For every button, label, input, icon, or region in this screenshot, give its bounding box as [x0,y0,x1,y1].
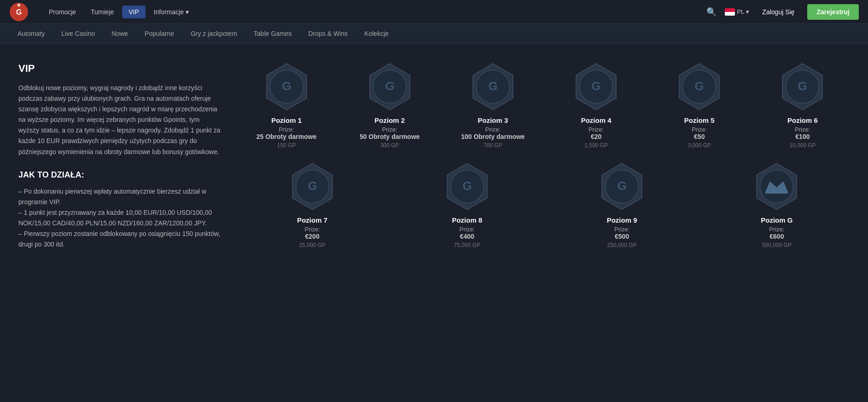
nav-live-casino[interactable]: Live Casino [53,25,103,43]
level-card: G Poziom 8Prize:€40075,000 GP [394,162,540,248]
level-name: Poziom 6 [787,116,818,124]
level-prize-value: €400 [460,233,474,240]
level-gp: 10,000 GP [789,142,816,149]
level-gp: 150 GP [277,142,296,149]
level-prize-value: 50 Obroty darmowe [360,133,420,140]
level-prize-value: 100 Obroty darmowe [461,133,525,140]
level-prize-label: Prize: [382,126,397,133]
level-name: Poziom 8 [452,216,482,224]
level-badge-icon: G [469,63,517,111]
nav-automaty[interactable]: Automaty [9,25,53,43]
level-badge-icon: G [288,162,337,211]
nav-gry-jackpot[interactable]: Gry z jackpotem [182,25,245,43]
second-navigation: Automaty Live Casino Nowe Popularne Gry … [0,24,868,44]
level-gp: 700 GP [484,142,502,149]
level-name: Poziom 2 [374,116,405,124]
level-name: Poziom 7 [297,216,327,224]
level-badge-icon: G [262,63,311,111]
register-button[interactable]: Zarejestruj [807,4,859,20]
logo[interactable]: G [9,2,29,22]
svg-text:G: G [385,79,394,93]
level-prize-value: €600 [769,233,784,240]
flag-icon [725,8,735,16]
level-name: Poziom 9 [607,216,637,224]
level-badge-icon: G [675,63,723,111]
level-prize-label: Prize: [769,226,784,233]
nav-popularne[interactable]: Popularne [136,25,182,43]
right-column: G Poziom 1Prize:25 Obroty darmowe150 GP … [239,63,850,250]
level-prize-value: €200 [305,233,320,240]
left-column: VIP Odblokuj nowe poziomy, wygraj nagrod… [18,63,221,250]
level-prize-label: Prize: [279,126,294,133]
level-prize-value: €100 [795,133,810,140]
nav-kolekcje[interactable]: Kolekcje [356,25,397,43]
chevron-down-icon: ▾ [186,8,189,16]
level-badge-icon [752,162,801,211]
jak-description: – Po dokonaniu pierwszej wpłaty automaty… [18,186,221,250]
level-name: Poziom G [761,216,792,224]
svg-text:G: G [618,179,627,193]
level-prize-value: €50 [694,133,705,140]
level-gp: 500,000 GP [762,242,792,248]
level-card: Poziom GPrize:€600500,000 GP [704,162,850,248]
level-gp: 25,000 GP [299,242,325,248]
level-name: Poziom 3 [478,116,508,124]
levels-grid-bottom: G Poziom 7Prize:€20025,000 GP G Poziom 8… [239,162,850,248]
nav-link-turnieje[interactable]: Turnieje [84,6,120,18]
level-card: G Poziom 5Prize:€503,000 GP [652,63,746,149]
login-button[interactable]: Zaloguj Się [755,5,802,19]
main-content: VIP Odblokuj nowe poziomy, wygraj nagrod… [0,44,868,268]
nav-link-promocje[interactable]: Promocje [42,6,82,18]
svg-point-31 [760,170,793,203]
level-gp: 3,000 GP [687,142,711,149]
level-prize-label: Prize: [614,226,629,233]
svg-text:G: G [488,79,497,93]
level-badge-icon: G [598,162,646,211]
level-prize-label: Prize: [692,126,707,133]
level-name: Poziom 5 [684,116,715,124]
level-badge-icon: G [443,162,491,211]
level-prize-value: €500 [615,233,629,240]
svg-text:G: G [282,79,291,93]
svg-text:G: G [798,79,807,93]
language-selector[interactable]: PL ▾ [725,8,749,16]
nav-drops-wins[interactable]: Drops & Wins [300,25,356,43]
top-navigation: G Promocje Turnieje VIP Informacje ▾ 🔍 P… [0,0,868,24]
level-card: G Poziom 9Prize:€500250,000 GP [549,162,695,248]
level-card: G Poziom 6Prize:€10010,000 GP [756,63,850,149]
level-prize-label: Prize: [795,126,810,133]
level-gp: 300 GP [380,142,399,149]
search-icon[interactable]: 🔍 [704,4,719,20]
jak-title: JAK TO DZIAŁA: [18,170,221,180]
level-card: G Poziom 2Prize:50 Obroty darmowe300 GP [343,63,437,149]
level-gp: 1,500 GP [584,142,608,149]
level-gp: 75,000 GP [454,242,480,248]
level-name: Poziom 1 [271,116,302,124]
nav-table-games[interactable]: Table Games [245,25,300,43]
chevron-down-icon: ▾ [746,8,749,15]
level-card: G Poziom 4Prize:€201,500 GP [549,63,643,149]
vip-description: Odblokuj nowe poziomy, wygraj nagrody i … [18,83,221,157]
level-badge-icon: G [778,63,827,111]
vip-title: VIP [18,63,221,75]
svg-text:G: G [591,79,600,93]
nav-link-vip[interactable]: VIP [122,6,146,18]
level-prize-label: Prize: [588,126,604,133]
svg-rect-32 [765,191,788,194]
level-card: G Poziom 1Prize:25 Obroty darmowe150 GP [239,63,333,149]
top-nav-links: Promocje Turnieje VIP Informacje ▾ [42,6,704,18]
level-prize-label: Prize: [485,126,501,133]
level-prize-label: Prize: [305,226,320,233]
nav-nowe[interactable]: Nowe [103,25,136,43]
top-nav-right: 🔍 PL ▾ Zaloguj Się Zarejestruj [704,4,859,20]
nav-link-informacje[interactable]: Informacje ▾ [147,6,195,18]
svg-point-2 [17,4,20,6]
level-badge-icon: G [366,63,414,111]
level-card: G Poziom 7Prize:€20025,000 GP [239,162,385,248]
svg-text:G: G [308,179,317,193]
level-prize-value: €20 [591,133,601,140]
level-prize-value: 25 Obroty darmowe [256,133,317,140]
lang-code: PL [737,8,744,15]
svg-text:G: G [16,8,22,16]
level-card: G Poziom 3Prize:100 Obroty darmowe700 GP [446,63,540,149]
